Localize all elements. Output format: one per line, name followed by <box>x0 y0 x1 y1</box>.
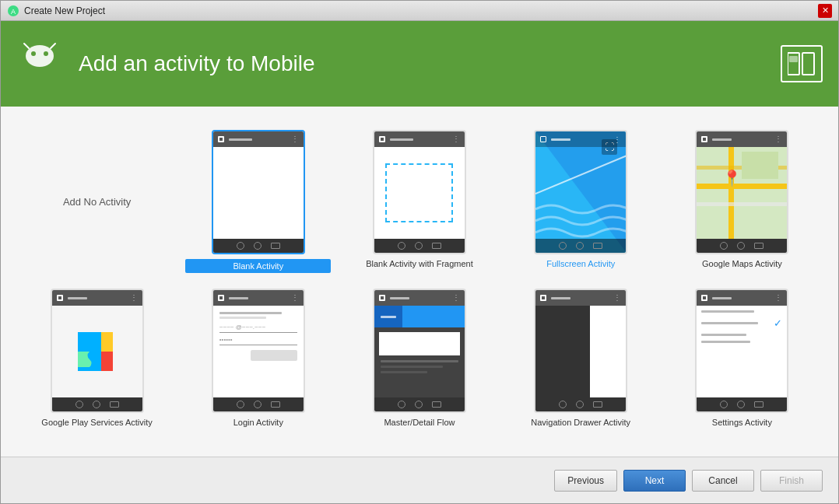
phone-indicator <box>379 136 385 142</box>
mobile-layout-icon <box>788 51 816 76</box>
blank-activity-option[interactable]: ⋮ Blank Activity <box>177 122 339 281</box>
tabbed-body <box>374 306 465 397</box>
phone-top-bar: ⋮ <box>535 290 626 306</box>
blank-body <box>213 147 304 239</box>
back-nav <box>237 401 244 408</box>
phone-indicator <box>540 295 546 301</box>
phone-wave <box>229 138 252 141</box>
blank-fragment-option[interactable]: ⋮ Blank Activity with Fragment <box>339 122 500 281</box>
phone-nav-bar <box>52 397 142 411</box>
fullscreen-top: ⋮ <box>535 131 626 147</box>
phone-nav-bar <box>697 239 787 253</box>
home-nav <box>254 401 262 408</box>
fragment-preview: ⋮ <box>373 130 466 254</box>
svg-text:A: A <box>11 8 16 16</box>
cancel-button[interactable]: Cancel <box>692 470 754 492</box>
recent-nav <box>432 401 441 408</box>
home-nav <box>576 401 584 408</box>
maps-label: Google Maps Activity <box>702 259 782 268</box>
phone-top-bar: ⋮ <box>213 290 304 306</box>
svg-point-2 <box>26 45 54 67</box>
phone-nav-bar <box>374 397 465 411</box>
previous-button[interactable]: Previous <box>554 470 617 492</box>
no-activity-label: Add No Activity <box>63 196 131 208</box>
layout-icon-box <box>781 45 823 82</box>
settings-body: ✓ <box>697 306 787 397</box>
phone-nav-bar <box>697 397 787 411</box>
play-label: Google Play Services Activity <box>41 418 152 427</box>
main-panel <box>590 306 626 397</box>
navigation-drawer-option[interactable]: ⋮ Navigation Drawer Activity <box>500 281 662 435</box>
google-maps-option[interactable]: ⋮ 📍 <box>662 122 823 281</box>
phone-nav-bar <box>535 397 626 411</box>
menu-dots: ⋮ <box>613 294 621 302</box>
fullscreen-bg: ⛶ <box>535 131 626 253</box>
svg-point-3 <box>31 51 36 56</box>
finish-button[interactable]: Finish <box>760 470 823 492</box>
phone-indicator <box>218 136 224 142</box>
fullscreen-label: Fullscreen Activity <box>546 259 615 268</box>
back-nav <box>237 242 244 250</box>
menu-dots: ⋮ <box>130 294 138 302</box>
header: Add an activity to Mobile <box>1 21 838 107</box>
activity-grid-container: Add No Activity ⋮ <box>1 107 838 457</box>
login-btn <box>251 350 297 361</box>
master-detail-label: Master/Detail Flow <box>384 418 455 427</box>
fragment-body <box>374 147 465 239</box>
menu-dots: ⋮ <box>291 294 299 302</box>
login-label: Login Activity <box>233 418 283 427</box>
home-nav <box>415 401 423 408</box>
phone-nav-bar <box>374 239 465 253</box>
svg-point-4 <box>44 51 48 56</box>
fullscreen-preview: ⛶ ⋮ <box>534 130 627 254</box>
menu-dots: ⋮ <box>452 135 460 143</box>
phone-indicator <box>57 295 63 301</box>
navigation-body <box>535 306 626 397</box>
fullscreen-option[interactable]: ⛶ ⋮ <box>500 122 662 281</box>
svg-rect-9 <box>789 56 798 62</box>
footer: Previous Next Cancel Finish <box>1 457 838 503</box>
play-preview: ⋮ <box>51 289 144 413</box>
back-nav <box>75 401 83 408</box>
settings-preview: ⋮ ✓ <box>695 289 788 413</box>
menu-dots: ⋮ <box>774 135 782 143</box>
back-nav <box>720 401 728 408</box>
recent-nav <box>271 401 280 408</box>
phone-nav-bar <box>213 239 304 253</box>
recent-nav <box>754 243 764 249</box>
phone-top-bar: ⋮ <box>213 131 304 147</box>
phone-top-bar: ⋮ <box>697 131 787 147</box>
puzzle-icon <box>70 324 125 379</box>
phone-top-bar: ⋮ <box>52 290 142 306</box>
phone-top-bar: ⋮ <box>374 290 465 306</box>
phone-indicator <box>701 295 707 301</box>
settings-label: Settings Activity <box>712 418 772 427</box>
map-pin: 📍 <box>722 170 742 186</box>
master-detail-option[interactable]: ⋮ <box>339 281 500 435</box>
maps-body: 📍 <box>697 147 787 239</box>
android-studio-icon: A <box>7 5 19 17</box>
close-button[interactable]: ✕ <box>818 4 832 18</box>
recent-nav <box>754 401 764 408</box>
next-button[interactable]: Next <box>623 470 686 492</box>
login-option[interactable]: ⋮ ~~~~ @~~~.~~~ •••••• <box>177 281 339 435</box>
phone-top-bar: ⋮ <box>697 290 787 306</box>
phone-indicator <box>701 136 707 142</box>
maps-preview: ⋮ 📍 <box>695 130 788 254</box>
dashed-placeholder <box>385 163 453 223</box>
android-logo <box>16 40 63 87</box>
login-preview: ⋮ ~~~~ @~~~.~~~ •••••• <box>212 289 305 413</box>
phone-indicator <box>379 295 385 301</box>
menu-dots: ⋮ <box>291 135 299 143</box>
phone-wave <box>390 138 413 141</box>
recent-nav <box>593 401 602 408</box>
no-activity-option[interactable]: Add No Activity <box>16 122 177 281</box>
settings-option[interactable]: ⋮ ✓ <box>662 281 823 435</box>
recent-nav <box>110 401 119 408</box>
home-nav <box>93 401 100 408</box>
home-nav <box>737 242 745 250</box>
play-services-option[interactable]: ⋮ <box>16 281 177 435</box>
recent-nav <box>432 243 441 249</box>
home-nav <box>415 242 423 250</box>
activity-grid: Add No Activity ⋮ <box>16 122 823 435</box>
